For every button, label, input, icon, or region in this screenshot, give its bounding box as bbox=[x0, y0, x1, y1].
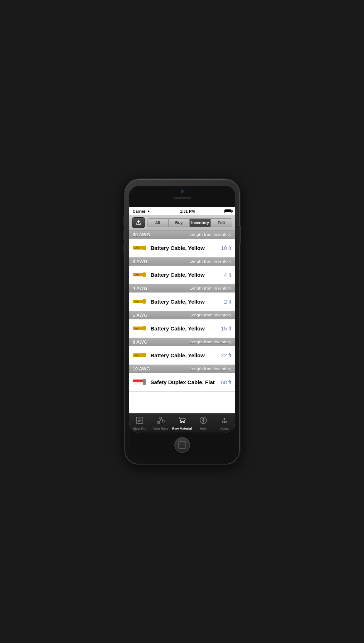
item-value: 4 ft bbox=[224, 272, 232, 278]
status-right bbox=[224, 209, 232, 213]
front-camera-icon bbox=[181, 190, 184, 193]
seg-buy[interactable]: Buy bbox=[169, 219, 190, 227]
section-sub-6awg: Length from Inventory bbox=[190, 313, 232, 317]
cable-icon-yellow: AWG bbox=[133, 351, 147, 359]
item-name: Battery Cable, Yellow bbox=[151, 325, 221, 332]
svg-point-38 bbox=[223, 418, 225, 420]
cable-icon-yellow: AWG bbox=[133, 270, 147, 279]
list-item[interactable]: AWG Battery Cable, Yellow 15 ft bbox=[129, 319, 235, 338]
section-title-6awg: 6 AWG bbox=[133, 313, 147, 318]
svg-text:AWG: AWG bbox=[135, 301, 139, 303]
section-header-0awg: 0 AWG Length from Inventory bbox=[129, 257, 235, 266]
tab-about-label: About bbox=[220, 427, 229, 430]
item-name: Battery Cable, Yellow bbox=[151, 245, 221, 251]
section-title-4awg: 4 AWG bbox=[133, 286, 147, 291]
segment-control: All Buy Inventory Edit bbox=[147, 218, 232, 227]
carrier-label: Carrier bbox=[133, 209, 146, 213]
wire-runs-icon bbox=[157, 416, 165, 426]
list-item[interactable]: AWG Battery Cable, Yellow 10 ft bbox=[129, 239, 235, 257]
item-value: 22 ft bbox=[221, 352, 231, 358]
about-icon bbox=[220, 416, 228, 426]
phone-screen: Carrier ▲ 1:31 PM Al bbox=[129, 186, 235, 432]
item-name: Safety Duplex Cable, Flat bbox=[151, 379, 221, 385]
seg-all[interactable]: All bbox=[147, 219, 169, 227]
section-sub-8awg: Length from Inventory bbox=[190, 340, 232, 344]
svg-text:AWG: AWG bbox=[135, 328, 139, 330]
item-value: 2 ft bbox=[224, 299, 232, 305]
earpiece bbox=[173, 197, 191, 199]
raw-material-icon bbox=[178, 416, 186, 426]
tab-bar: Sizer Pro Wire Runs bbox=[129, 413, 235, 432]
section-header-00awg: 00 AWG Length from Inventory bbox=[129, 231, 235, 239]
status-left: Carrier ▲ bbox=[133, 209, 151, 213]
section-header-10awg: 10 AWG Length from Inventory bbox=[129, 365, 235, 373]
toolbar: All Buy Inventory Edit bbox=[129, 215, 235, 231]
battery-icon bbox=[224, 209, 232, 213]
svg-point-31 bbox=[183, 422, 185, 423]
status-time: 1:31 PM bbox=[180, 209, 195, 213]
tab-sizer-pro-label: Sizer Pro bbox=[133, 427, 146, 430]
cable-icon-yellow: AWG bbox=[133, 243, 147, 252]
section-header-4awg: 4 AWG Length from Inventory bbox=[129, 284, 235, 293]
svg-rect-6 bbox=[143, 272, 146, 277]
help-icon bbox=[199, 416, 207, 426]
svg-text:AWG: AWG bbox=[135, 274, 139, 276]
empty-list-area bbox=[129, 392, 235, 413]
home-button-inner bbox=[178, 441, 186, 449]
cable-icon-yellow: AWG bbox=[133, 324, 147, 333]
item-value: 15 ft bbox=[221, 325, 231, 332]
tab-raw-material[interactable]: Raw Material bbox=[171, 416, 193, 431]
list-item[interactable]: AWG Battery Cable, Yellow 2 ft bbox=[129, 293, 235, 311]
section-sub-00awg: Length from Inventory bbox=[190, 232, 232, 237]
item-name: Battery Cable, Yellow bbox=[151, 299, 224, 305]
svg-rect-10 bbox=[143, 299, 146, 304]
bottom-bezel bbox=[129, 432, 235, 458]
inventory-list: 00 AWG Length from Inventory AWG Battery… bbox=[129, 231, 235, 413]
cable-icon-yellow: AWG bbox=[133, 297, 147, 306]
svg-text:AWG: AWG bbox=[135, 354, 139, 357]
section-title-10awg: 10 AWG bbox=[133, 366, 150, 372]
list-item[interactable]: Safety Duplex Cable, Flat 68 ft bbox=[129, 373, 235, 392]
tab-raw-material-label: Raw Material bbox=[172, 427, 192, 430]
svg-point-39 bbox=[222, 421, 223, 422]
tab-wire-runs-label: Wire Runs bbox=[153, 427, 168, 430]
phone-frame: Carrier ▲ 1:31 PM Al bbox=[125, 179, 239, 464]
screen-content: All Buy Inventory Edit 00 AWG Length fro… bbox=[129, 215, 235, 432]
section-title-0awg: 0 AWG bbox=[133, 259, 147, 264]
section-sub-10awg: Length from Inventory bbox=[190, 367, 232, 371]
wifi-icon: ▲ bbox=[147, 209, 151, 213]
svg-point-30 bbox=[180, 422, 182, 423]
cable-icon-duplex bbox=[133, 378, 147, 386]
status-bar: Carrier ▲ 1:31 PM bbox=[129, 207, 235, 215]
section-sub-4awg: Length from Inventory bbox=[190, 286, 232, 290]
section-header-8awg: 8 AWG Length from Inventory bbox=[129, 338, 235, 346]
svg-rect-18 bbox=[143, 353, 146, 357]
item-value: 68 ft bbox=[221, 379, 231, 385]
svg-text:AWG: AWG bbox=[135, 247, 139, 249]
tab-help-label: Help bbox=[200, 427, 207, 430]
list-item[interactable]: AWG Battery Cable, Yellow 4 ft bbox=[129, 266, 235, 284]
section-title-00awg: 00 AWG bbox=[133, 232, 150, 237]
svg-rect-14 bbox=[143, 326, 146, 330]
section-header-6awg: 6 AWG Length from Inventory bbox=[129, 311, 235, 319]
seg-inventory[interactable]: Inventory bbox=[190, 219, 211, 227]
tab-help[interactable]: Help bbox=[193, 416, 214, 431]
svg-point-40 bbox=[225, 421, 227, 422]
tab-wire-runs[interactable]: Wire Runs bbox=[150, 416, 171, 431]
section-sub-0awg: Length from Inventory bbox=[190, 259, 232, 264]
item-name: Battery Cable, Yellow bbox=[151, 352, 221, 358]
top-bezel bbox=[129, 186, 235, 207]
seg-edit[interactable]: Edit bbox=[211, 219, 232, 227]
sizer-pro-icon bbox=[136, 416, 144, 426]
svg-rect-22 bbox=[143, 379, 146, 385]
tab-sizer-pro[interactable]: Sizer Pro bbox=[129, 416, 150, 431]
svg-point-28 bbox=[160, 417, 162, 419]
svg-rect-2 bbox=[143, 246, 146, 250]
home-button[interactable] bbox=[174, 437, 190, 453]
section-title-8awg: 8 AWG bbox=[133, 339, 147, 345]
tab-about[interactable]: About bbox=[214, 416, 235, 431]
share-button[interactable] bbox=[132, 217, 145, 228]
item-value: 10 ft bbox=[221, 245, 231, 251]
list-item[interactable]: AWG Battery Cable, Yellow 22 ft bbox=[129, 346, 235, 365]
item-name: Battery Cable, Yellow bbox=[151, 272, 224, 278]
